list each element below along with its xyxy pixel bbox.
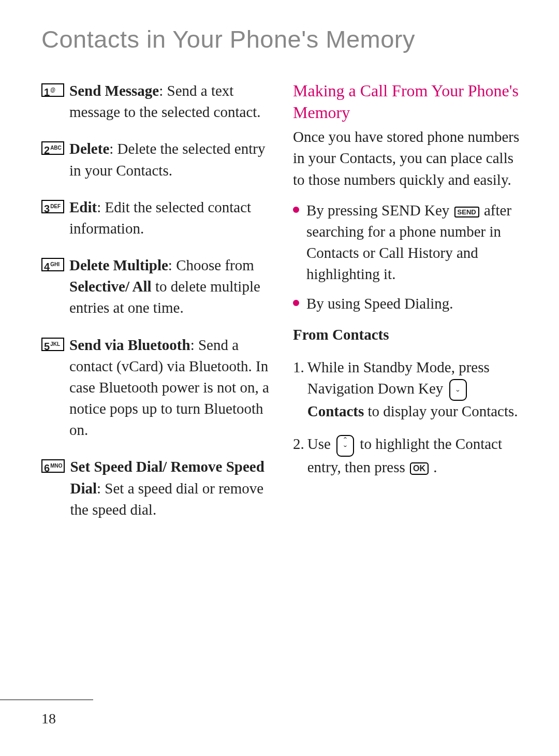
option-label: Delete [69,140,109,157]
ok-key-icon: OK [410,462,429,475]
option-send-bluetooth: 5JKL Send via Bluetooth: Send a contact … [41,335,271,441]
numbered-steps: 1. While in Standby Mode, press Navigati… [293,357,523,478]
intro-paragraph: Once you have stored phone numbers in yo… [293,126,523,191]
section-heading: Making a Call From Your Phone's Memory [293,80,523,123]
option-edit: 3DEF Edit: Edit the selected contact inf… [41,197,271,239]
content-columns: 1@ Send Message: Send a text message to … [41,80,523,536]
sub-heading: From Contacts [293,324,523,345]
option-label: Send Message [69,82,159,99]
footer-divider [0,700,93,700]
key-1-icon: 1@ [41,83,64,97]
option-speed-dial: 6MNO Set Speed Dial/ Remove Speed Dial: … [41,456,271,520]
key-4-icon: 4GHI [41,258,64,271]
page-title: Contacts in Your Phone's Memory [41,25,523,53]
bullet-item-speed-dial: By using Speed Dialing. [293,293,523,314]
send-key-icon: SEND [454,207,479,217]
bullet-list: By pressing SEND Key SEND after searchin… [293,200,523,315]
bullet-icon [293,300,299,306]
option-body: : Edit the selected contact information. [69,199,251,237]
option-label: Send via Bluetooth [69,337,190,353]
key-3-icon: 3DEF [41,200,64,213]
option-send-message: 1@ Send Message: Send a text message to … [41,80,271,123]
option-body: : Set a speed dial or remove the speed d… [70,480,263,518]
right-column: Making a Call From Your Phone's Memory O… [293,80,523,536]
bullet-icon [293,207,299,213]
nav-updown-key-icon [336,435,354,457]
option-label: Edit [69,199,97,215]
key-6-icon: 6MNO [41,459,65,473]
bullet-item-send-key: By pressing SEND Key SEND after searchin… [293,200,523,285]
option-delete: 2ABC Delete: Delete the selected entry i… [41,138,271,181]
step-2: 2. Use to highlight the Contact entry, t… [293,433,523,478]
option-delete-multiple: 4GHI Delete Multiple: Choose from Select… [41,255,271,319]
key-5-icon: 5JKL [41,338,64,351]
key-2-icon: 2ABC [41,141,64,155]
page-number: 18 [41,710,56,727]
nav-down-key-icon [449,379,467,401]
option-label: Delete Multiple [69,257,168,273]
left-column: 1@ Send Message: Send a text message to … [41,80,271,536]
step-1: 1. While in Standby Mode, press Navigati… [293,357,523,423]
